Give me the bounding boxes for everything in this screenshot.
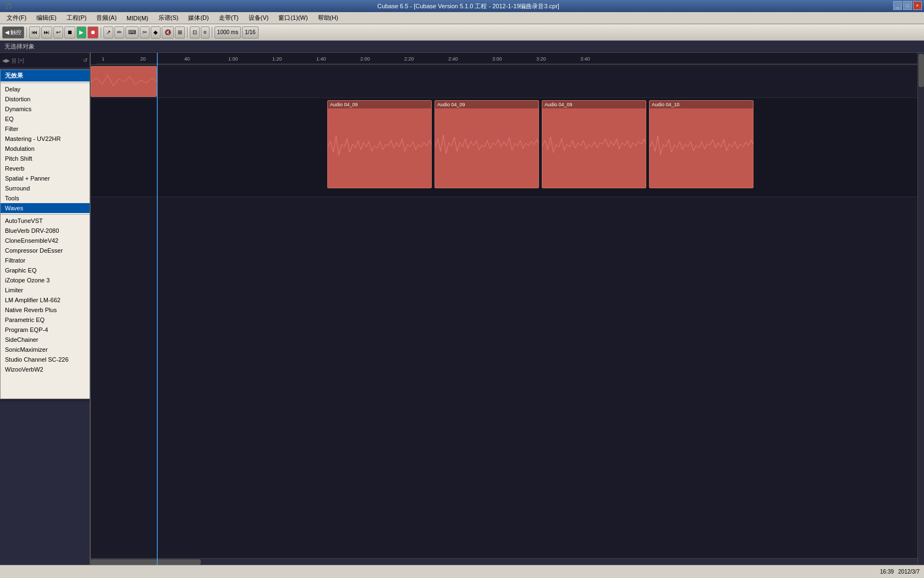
ctx-sep2 <box>1 214 91 215</box>
toolbar-record[interactable]: ⏺ <box>87 26 98 39</box>
ctx-item-modulation[interactable]: Modulation <box>1 144 91 154</box>
vertical-scrollbar[interactable] <box>917 53 924 565</box>
toolbar-mute[interactable]: 🔇 <box>162 26 174 39</box>
no-selection-bar: 无选择对象 <box>0 41 924 53</box>
toolbar-forward[interactable]: ⏭ <box>41 26 52 39</box>
track-controls-header: ◀▶ [i] [+] ↺ <box>0 53 90 68</box>
minimize-button[interactable]: _ <box>893 1 902 10</box>
ctx-item-izotope[interactable]: iZotope Ozone 3 <box>1 275 91 285</box>
waveform-svg3 <box>435 108 539 186</box>
toolbar-file-btn[interactable]: ◀ 触控 <box>2 26 24 39</box>
close-button[interactable]: × <box>913 1 922 10</box>
toolbar-quantize[interactable]: ≡ <box>201 26 210 39</box>
toolbar-undo[interactable]: ↩ <box>53 26 63 39</box>
ctx-item-cloneensemble[interactable]: CloneEnsembleV42 <box>1 236 91 246</box>
ctx-item-surround[interactable]: Surround <box>1 183 91 193</box>
menu-midi[interactable]: MIDI(M) <box>122 14 153 23</box>
toolbar-sep4 <box>212 27 212 38</box>
waveform-svg5 <box>650 108 754 186</box>
track1-lane <box>91 65 924 98</box>
hscrollbar-thumb[interactable] <box>91 559 201 565</box>
maximize-button[interactable]: □ <box>903 1 912 10</box>
track2-lane: Audio 04_09 Audio 04_09 Audio 04_09 <box>91 98 924 197</box>
ctx-item-sidechainer[interactable]: SideChainer <box>1 335 91 345</box>
ctx-item-studiochannel[interactable]: Studio Channel SC-226 <box>1 355 91 364</box>
menu-help[interactable]: 帮助(H) <box>314 13 343 23</box>
ctx-item-distortion[interactable]: Distortion <box>1 94 91 104</box>
clip-label-3: Audio 04_09 <box>542 101 646 108</box>
toolbar-cut[interactable]: ✂ <box>140 26 150 39</box>
menu-audio[interactable]: 音频(A) <box>92 13 121 23</box>
toolbar-select[interactable]: ↗ <box>103 26 113 39</box>
track-panel: ◀▶ [i] [+] ↺ 11 ● R W 入 0 L2 ▼ <box>0 53 91 565</box>
toolbar-sep1 <box>26 27 27 38</box>
ctx-item-wizoo[interactable]: WizooVerbW2 <box>1 364 91 374</box>
audio-clip-red[interactable] <box>91 66 157 97</box>
title-text: Cubase 6.5 - [Cubase Version 5.1.0 工程 - … <box>17 2 920 10</box>
ctx-item-filter[interactable]: Filter <box>1 124 91 134</box>
ctx-item-tools[interactable]: Tools <box>1 193 91 203</box>
ctx-item-parametriceq[interactable]: Parametric EQ <box>1 315 91 325</box>
arrow-left-icon: ◀ <box>5 29 9 35</box>
context-menu-overlay: 无效果 Delay Distortion Dynamics EQ Filter … <box>0 69 91 399</box>
ctx-item-limiter[interactable]: Limiter <box>1 285 91 295</box>
window-controls: _ □ × <box>893 1 922 10</box>
audio-clip-3[interactable]: Audio 04_09 <box>542 100 646 188</box>
clip-label-2: Audio 04_09 <box>435 101 538 108</box>
svg-text:2:20: 2:20 <box>404 56 414 62</box>
ctx-item-graphiceq[interactable]: Graphic EQ <box>1 265 91 275</box>
ctx-item-mastering[interactable]: Mastering - UV22HR <box>1 134 91 144</box>
menu-project[interactable]: 工程(P) <box>62 13 91 23</box>
ctx-item-reverb[interactable]: Reverb <box>1 163 91 173</box>
ctx-item-programeq[interactable]: Program EQP-4 <box>1 325 91 335</box>
ctx-item-sonicmax[interactable]: SonicMaximizer <box>1 345 91 355</box>
toolbar-glue[interactable]: ◆ <box>151 26 161 39</box>
toolbar-draw[interactable]: ✏ <box>114 26 124 39</box>
clip-label-1: Audio 04_09 <box>328 101 431 108</box>
menu-transport[interactable]: 走带(T) <box>215 13 243 23</box>
ctx-item-nativereverb[interactable]: Native Reverb Plus <box>1 305 91 315</box>
toolbar-erase[interactable]: ⌨ <box>125 26 139 39</box>
ctx-item-dynamics[interactable]: Dynamics <box>1 104 91 114</box>
toolbar-stop[interactable]: ⏹ <box>64 26 75 39</box>
menu-score[interactable]: 乐谱(S) <box>154 13 183 23</box>
toolbar-snap[interactable]: ⊡ <box>190 26 200 39</box>
playhead <box>157 53 158 565</box>
app-icon: 🎵 <box>4 2 13 10</box>
toolbar-play[interactable]: ▶ <box>76 26 86 39</box>
timeline: 1 20 40 1:00 1:20 1:40 2:00 2:20 2:40 3:… <box>91 53 924 65</box>
menu-edit[interactable]: 编辑(E) <box>32 13 61 23</box>
track-header-reload[interactable]: ↺ <box>83 57 87 63</box>
menu-file[interactable]: 文件(F) <box>2 13 31 23</box>
ctx-item-pitchshift[interactable]: Pitch Shift <box>1 154 91 163</box>
ctx-item-bluereverb[interactable]: BlueVerb DRV-2080 <box>1 226 91 236</box>
audio-clip-2[interactable]: Audio 04_09 <box>435 100 539 188</box>
toolbar-tempo[interactable]: 1000 ms <box>215 26 241 39</box>
ctx-item-waves[interactable]: Waves <box>1 203 91 213</box>
audio-clip-1[interactable]: Audio 04_09 <box>327 100 432 188</box>
ctx-item-autotune[interactable]: AutoTuneVST <box>1 216 91 226</box>
toolbar-rewind[interactable]: ⏮ <box>29 26 40 39</box>
svg-text:1:20: 1:20 <box>272 56 282 62</box>
svg-text:3:40: 3:40 <box>580 56 590 62</box>
toolbar-timesig[interactable]: 1/16 <box>242 26 258 39</box>
menu-devices[interactable]: 设备(V) <box>244 13 273 23</box>
ctx-item-lm-amplifier[interactable]: LM Amplifier LM-662 <box>1 295 91 305</box>
ctx-item-compressor[interactable]: Compressor DeEsser <box>1 246 91 255</box>
ctx-item-delay[interactable]: Delay <box>1 84 91 94</box>
status-time: 16:39 <box>880 569 894 575</box>
svg-text:3:20: 3:20 <box>536 56 546 62</box>
toolbar-zoom[interactable]: ⊞ <box>175 26 185 39</box>
horizontal-scrollbar[interactable] <box>91 558 917 565</box>
scrollbar-thumb[interactable] <box>919 54 924 87</box>
svg-text:2:00: 2:00 <box>360 56 370 62</box>
ctx-item-filtrator[interactable]: Filtrator <box>1 255 91 265</box>
audio-clip-4[interactable]: Audio 04_10 <box>649 100 754 188</box>
ctx-item-spatial[interactable]: Spatial + Panner <box>1 173 91 183</box>
clips-area: Audio 04_09 Audio 04_09 Audio 04_09 <box>91 65 924 565</box>
menu-media[interactable]: 媒体(D) <box>184 13 213 23</box>
menu-bar: 文件(F) 编辑(E) 工程(P) 音频(A) MIDI(M) 乐谱(S) 媒体… <box>0 12 924 24</box>
ctx-item-eq[interactable]: EQ <box>1 114 91 124</box>
toolbar: ◀ 触控 ⏮ ⏭ ↩ ⏹ ▶ ⏺ ↗ ✏ ⌨ ✂ ◆ 🔇 ⊞ ⊡ ≡ 1000 … <box>0 24 924 41</box>
menu-window[interactable]: 窗口(1)(W) <box>274 13 312 23</box>
